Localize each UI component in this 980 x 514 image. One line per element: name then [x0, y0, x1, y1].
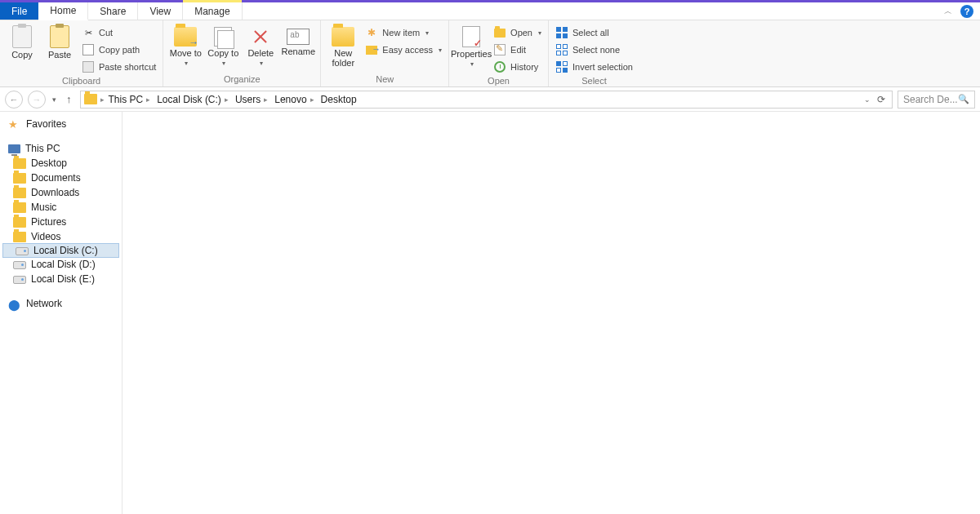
nav-item-label: Pictures	[31, 216, 66, 228]
copy-path-icon	[82, 43, 95, 56]
delete-button[interactable]: Delete	[243, 24, 278, 67]
star-icon: ★	[8, 119, 21, 130]
delete-label: Delete	[247, 48, 274, 58]
ribbon-collapse-icon[interactable]: ︿	[944, 6, 952, 17]
edit-icon	[493, 43, 506, 56]
breadcrumb-seg[interactable]: Desktop	[318, 94, 359, 105]
search-input[interactable]: Search De... 🔍	[898, 91, 975, 109]
menu-tabs: File Home Share View Manage ︿ ?	[0, 2, 980, 20]
search-icon: 🔍	[958, 94, 969, 104]
chevron-right-icon[interactable]: ▸	[100, 95, 105, 104]
new-group-label: New	[326, 73, 443, 86]
organize-group-label: Organize	[168, 73, 315, 86]
paste-shortcut-button[interactable]: Paste shortcut	[80, 60, 158, 74]
move-to-button[interactable]: Move to	[168, 24, 203, 67]
properties-icon	[462, 26, 480, 47]
nav-network-label: Network	[26, 298, 62, 309]
search-placeholder: Search De...	[903, 94, 958, 105]
network-icon: ⬤	[8, 299, 21, 309]
nav-item-label: Local Disk (E:)	[31, 273, 95, 285]
copy-button[interactable]: Copy	[5, 24, 39, 60]
explorer-body: ★Favorites This PC Desktop Documents Dow…	[0, 112, 980, 514]
tab-home[interactable]: Home	[38, 2, 88, 20]
open-button[interactable]: Open	[492, 25, 543, 40]
tab-share[interactable]: Share	[88, 2, 138, 20]
breadcrumb-seg[interactable]: Lenovo▸	[272, 94, 316, 105]
file-list-pane[interactable]	[122, 112, 980, 514]
refresh-icon[interactable]: ⟳	[877, 94, 885, 105]
ribbon-group-open: Properties Open Edit History Open	[449, 20, 549, 86]
select-none-icon	[555, 43, 568, 56]
folder-icon	[13, 232, 26, 242]
easy-access-button[interactable]: Easy access	[363, 42, 443, 57]
nav-up-button[interactable]: ↑	[63, 93, 75, 105]
delete-icon	[251, 27, 270, 47]
rename-icon	[287, 29, 310, 45]
nav-desktop[interactable]: Desktop	[0, 156, 122, 171]
copy-to-button[interactable]: Copy to	[206, 24, 240, 67]
drive-icon	[13, 276, 26, 284]
nav-videos[interactable]: Videos	[0, 229, 122, 244]
nav-item-label: Documents	[31, 172, 81, 184]
nav-back-button[interactable]: ←	[5, 91, 23, 109]
easy-access-label: Easy access	[382, 45, 433, 55]
breadcrumb-seg[interactable]: Users▸	[233, 94, 270, 105]
address-dropdown-icon[interactable]: ⌄	[864, 95, 871, 104]
nav-local-disk-c[interactable]: Local Disk (C:)	[2, 243, 119, 258]
nav-forward-button[interactable]: →	[28, 91, 46, 109]
drive-icon	[13, 261, 26, 269]
select-group-label: Select	[554, 74, 635, 88]
nav-item-label: Downloads	[31, 187, 79, 198]
copy-path-button[interactable]: Copy path	[80, 42, 158, 57]
nav-pictures[interactable]: Pictures	[0, 215, 122, 229]
new-item-icon	[365, 26, 378, 39]
folder-icon	[13, 158, 26, 169]
copy-path-label: Copy path	[99, 45, 140, 55]
nav-local-disk-d[interactable]: Local Disk (D:)	[0, 257, 122, 272]
help-icon[interactable]: ?	[960, 5, 973, 18]
select-all-button[interactable]: Select all	[554, 25, 635, 40]
nav-item-label: Local Disk (D:)	[31, 259, 96, 270]
nav-this-pc-label: This PC	[25, 143, 60, 154]
rename-button[interactable]: Rename	[281, 24, 315, 56]
new-item-button[interactable]: New item	[363, 25, 443, 40]
folder-icon	[13, 188, 26, 198]
pc-icon	[8, 144, 20, 153]
invert-selection-button[interactable]: Invert selection	[554, 60, 635, 74]
select-none-label: Select none	[572, 45, 620, 55]
nav-local-disk-e[interactable]: Local Disk (E:)	[0, 272, 122, 286]
ribbon: Copy Paste ✂Cut Copy path Paste shortcut…	[0, 20, 980, 87]
tab-view[interactable]: View	[138, 2, 183, 20]
nav-this-pc[interactable]: This PC	[0, 141, 122, 156]
breadcrumb-seg[interactable]: Local Disk (C:)▸	[154, 94, 231, 105]
folder-icon	[13, 217, 26, 228]
invert-selection-icon	[555, 60, 568, 73]
properties-button[interactable]: Properties	[454, 24, 488, 68]
new-folder-button[interactable]: New folder	[326, 24, 360, 68]
folder-icon	[13, 202, 26, 213]
nav-documents[interactable]: Documents	[0, 171, 122, 185]
address-bar: ← → ▾ ↑ ▸ This PC▸ Local Disk (C:)▸ User…	[0, 87, 980, 112]
paste-label: Paste	[48, 50, 71, 60]
tab-manage[interactable]: Manage	[183, 2, 242, 20]
history-button[interactable]: History	[492, 60, 543, 74]
paste-button[interactable]: Paste	[42, 24, 77, 60]
edit-label: Edit	[510, 45, 526, 55]
nav-music[interactable]: Music	[0, 200, 122, 215]
breadcrumb[interactable]: ▸ This PC▸ Local Disk (C:)▸ Users▸ Lenov…	[80, 91, 893, 109]
breadcrumb-seg[interactable]: This PC▸	[106, 94, 154, 105]
select-none-button[interactable]: Select none	[554, 42, 635, 57]
move-to-label: Move to	[170, 48, 202, 58]
nav-downloads[interactable]: Downloads	[0, 185, 122, 200]
cut-button[interactable]: ✂Cut	[80, 25, 158, 40]
nav-network[interactable]: ⬤Network	[0, 296, 122, 311]
ribbon-group-select: Select all Select none Invert selection …	[549, 20, 639, 86]
open-icon	[493, 26, 506, 39]
new-item-label: New item	[382, 28, 420, 38]
nav-history-dropdown[interactable]: ▾	[51, 95, 58, 104]
nav-favorites-label: Favorites	[26, 118, 66, 130]
nav-favorites[interactable]: ★Favorites	[0, 117, 122, 131]
tab-file[interactable]: File	[0, 2, 38, 20]
edit-button[interactable]: Edit	[492, 42, 543, 57]
open-group-label: Open	[454, 74, 543, 88]
